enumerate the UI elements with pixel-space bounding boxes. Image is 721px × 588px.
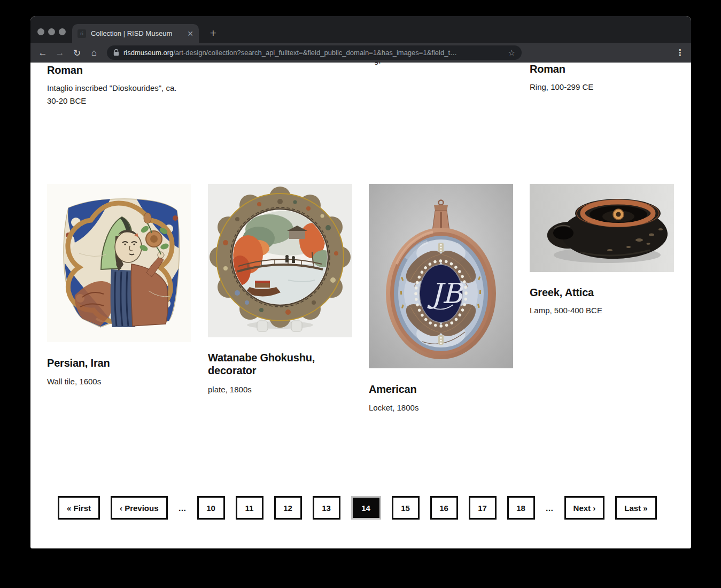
artwork-caption: Lamp, 500-400 BCE bbox=[530, 304, 602, 317]
window-minimize-button[interactable] bbox=[48, 28, 55, 35]
tab-title: Collection | RISD Museum bbox=[91, 29, 183, 37]
persian-wall-tile-picture bbox=[47, 184, 191, 342]
pagination: « First ‹ Previous … 10 11 12 13 14 15 1… bbox=[58, 496, 657, 520]
pagination-page-10[interactable]: 10 bbox=[197, 496, 225, 520]
artwork-caption: Intaglio inscribed "Dioskourides", ca. 3… bbox=[47, 82, 191, 107]
pagination-first-button[interactable]: « First bbox=[58, 496, 100, 520]
forward-icon[interactable]: → bbox=[53, 46, 67, 60]
browser-window: ri Collection | RISD Museum ✕ + ← → ↻ ⌂ … bbox=[30, 16, 691, 548]
browser-menu-icon[interactable]: ⋮ bbox=[676, 48, 684, 58]
bookmark-star-icon[interactable]: ☆ bbox=[508, 48, 515, 58]
clipped-caption-fragment: g, bbox=[374, 63, 381, 65]
pagination-page-11[interactable]: 11 bbox=[236, 496, 263, 520]
pagination-ellipsis: … bbox=[546, 504, 554, 513]
pagination-ellipsis: … bbox=[179, 504, 187, 513]
page-content: g, Roman Intaglio inscribed "Dioskouride… bbox=[30, 63, 691, 548]
artwork-image-greek-lamp[interactable] bbox=[530, 184, 674, 272]
artwork-image-locket[interactable]: JB bbox=[369, 184, 513, 368]
artwork-caption: Locket, 1800s bbox=[369, 401, 418, 414]
greek-lamp-picture bbox=[530, 184, 674, 272]
artwork-title[interactable]: Roman bbox=[47, 64, 83, 76]
pagination-page-16[interactable]: 16 bbox=[430, 496, 458, 520]
pagination-page-13[interactable]: 13 bbox=[313, 496, 340, 520]
artwork-caption: plate, 1800s bbox=[208, 383, 252, 396]
artwork-title[interactable]: Greek, Attica bbox=[530, 286, 594, 299]
home-icon[interactable]: ⌂ bbox=[87, 46, 101, 60]
window-zoom-button[interactable] bbox=[59, 28, 66, 35]
url-path: /art-design/collection?search_api_fullte… bbox=[173, 49, 503, 57]
pagination-next-button[interactable]: Next › bbox=[564, 496, 605, 520]
back-icon[interactable]: ← bbox=[36, 46, 50, 60]
browser-titlebar: ri Collection | RISD Museum ✕ + bbox=[30, 16, 691, 43]
pagination-page-14-current[interactable]: 14 bbox=[351, 496, 381, 520]
url-domain: risdmuseum.org bbox=[123, 49, 173, 57]
risd-favicon: ri bbox=[77, 29, 86, 38]
pagination-previous-button[interactable]: ‹ Previous bbox=[111, 496, 168, 520]
browser-toolbar: ← → ↻ ⌂ risdmuseum.org/art-design/collec… bbox=[30, 43, 691, 63]
artwork-image-japanese-plate[interactable] bbox=[208, 184, 352, 337]
locket-picture: JB bbox=[369, 184, 513, 368]
artwork-image-persian-wall-tile[interactable] bbox=[47, 184, 191, 342]
pagination-page-15[interactable]: 15 bbox=[392, 496, 420, 520]
artwork-title[interactable]: Persian, Iran bbox=[47, 357, 110, 369]
pagination-page-12[interactable]: 12 bbox=[274, 496, 302, 520]
artwork-title[interactable]: Roman bbox=[530, 63, 565, 75]
reload-icon[interactable]: ↻ bbox=[70, 46, 84, 60]
artwork-title[interactable]: American bbox=[369, 383, 417, 396]
pagination-page-18[interactable]: 18 bbox=[507, 496, 535, 520]
new-tab-button[interactable]: + bbox=[206, 26, 221, 41]
lock-icon[interactable] bbox=[113, 49, 119, 56]
pagination-page-17[interactable]: 17 bbox=[469, 496, 497, 520]
browser-tab[interactable]: ri Collection | RISD Museum ✕ bbox=[72, 24, 199, 43]
desktop-background: ri Collection | RISD Museum ✕ + ← → ↻ ⌂ … bbox=[0, 0, 721, 588]
artwork-caption: Ring, 100-299 CE bbox=[530, 81, 674, 94]
artwork-title[interactable]: Watanabe Ghokushu, decorator bbox=[208, 351, 343, 377]
locket-monogram: JB bbox=[427, 277, 464, 310]
pagination-last-button[interactable]: Last » bbox=[615, 496, 656, 520]
address-bar[interactable]: risdmuseum.org/art-design/collection?sea… bbox=[107, 45, 522, 60]
window-close-button[interactable] bbox=[37, 28, 44, 35]
artwork-caption: Wall tile, 1600s bbox=[47, 375, 101, 388]
tab-close-icon[interactable]: ✕ bbox=[187, 29, 193, 38]
japanese-plate-picture bbox=[208, 184, 352, 337]
